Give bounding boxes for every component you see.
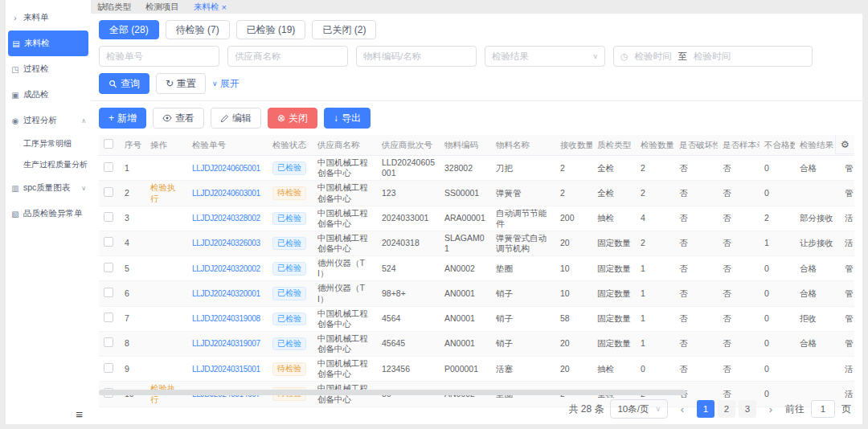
inspection-order-link[interactable]: LLJDJ20240320001 bbox=[192, 289, 260, 298]
cell-select bbox=[99, 306, 120, 331]
page-size-select[interactable]: 10条/页 ∨ bbox=[610, 399, 668, 419]
result-select[interactable]: 检验结果 ∨ bbox=[485, 46, 605, 67]
cell-destructive: 否 bbox=[674, 181, 718, 206]
top-tab-defect-type[interactable]: 缺陷类型 bbox=[97, 2, 131, 13]
cell-no: LLJDJ20240328002 bbox=[187, 206, 268, 231]
expand-toggle[interactable]: ∨ 展开 bbox=[212, 77, 240, 91]
cell-unq: 0 bbox=[760, 306, 795, 331]
sidebar-item-process-inspection[interactable]: ◳过程检 bbox=[6, 56, 91, 82]
status-tabs: 全部 (28)待检验 (7)已检验 (19)已关闭 (2) bbox=[99, 20, 854, 39]
prev-page-button[interactable]: ‹ bbox=[674, 400, 690, 418]
inspection-order-link[interactable]: LLJDJ20240315001 bbox=[192, 365, 260, 374]
order-no-input[interactable] bbox=[99, 46, 219, 67]
supplier-input[interactable] bbox=[227, 46, 348, 67]
status-badge: 待检验 bbox=[272, 186, 306, 200]
pagination: 共 28 条 10条/页 ∨ ‹ 123 › 前往 页 bbox=[568, 399, 851, 419]
row-checkbox[interactable] bbox=[104, 263, 113, 272]
cell-qctype: 固定数量 bbox=[592, 331, 636, 356]
sidebar-item-process-analysis[interactable]: ◉过程分析∧ bbox=[6, 108, 91, 133]
cell-inspector: 管 bbox=[840, 256, 854, 281]
cell-op bbox=[145, 331, 187, 356]
cell-status: 已检验 bbox=[268, 231, 313, 255]
cell-supplier: 中国机械工程创备中心 bbox=[313, 231, 377, 255]
cell-inspqty: 2 bbox=[636, 181, 674, 206]
query-button[interactable]: 查询 bbox=[99, 73, 149, 94]
row-checkbox[interactable] bbox=[104, 162, 113, 172]
cell-status: 已检验 bbox=[268, 331, 313, 356]
row-checkbox[interactable] bbox=[104, 363, 113, 373]
reset-button[interactable]: ↻ 重置 bbox=[156, 73, 206, 94]
top-tab-incoming-inspection[interactable]: 来料检× bbox=[194, 2, 227, 13]
row-checkbox[interactable] bbox=[104, 187, 113, 197]
sidebar-item-incoming-order[interactable]: ›来料单 bbox=[6, 5, 91, 31]
add-button[interactable]: + 新增 bbox=[99, 108, 146, 129]
menu-collapse-icon[interactable]: ≡ bbox=[76, 407, 83, 421]
cell-batch: LLD20240605001 bbox=[377, 156, 440, 181]
cell-inspqty: 1 bbox=[636, 256, 674, 281]
inspection-order-link[interactable]: LLJDJ20240603001 bbox=[192, 189, 260, 198]
close-button[interactable]: ⊗ 关闭 bbox=[268, 108, 317, 129]
view-button[interactable]: 查看 bbox=[153, 108, 204, 129]
date-range-picker[interactable]: ◷ 检验时间 至 检验时间 bbox=[613, 46, 813, 67]
cell-result: 部分接收 bbox=[795, 206, 840, 231]
pencil-icon bbox=[220, 114, 229, 123]
column-settings-icon[interactable]: ⚙ bbox=[835, 135, 854, 154]
page-button-2[interactable]: 2 bbox=[718, 400, 735, 418]
inspection-order-link[interactable]: LLJDJ20240319008 bbox=[192, 314, 260, 323]
inspection-execute-link[interactable]: 检验执行 bbox=[150, 182, 176, 202]
date-end-placeholder: 检验时间 bbox=[694, 51, 731, 63]
cell-supplier: 中国机械工程创备中心 bbox=[313, 156, 377, 181]
goto-page-input[interactable] bbox=[811, 400, 835, 418]
cell-idx: 1 bbox=[120, 156, 145, 181]
status-badge: 已检验 bbox=[272, 262, 306, 276]
row-checkbox[interactable] bbox=[104, 237, 113, 247]
goto-label: 前往 bbox=[785, 402, 805, 416]
cell-recv: 10 bbox=[555, 281, 592, 306]
horizontal-scrollbar[interactable] bbox=[99, 390, 686, 395]
cell-op bbox=[145, 306, 187, 331]
next-page-button[interactable]: › bbox=[763, 400, 779, 418]
status-tab-closed[interactable]: 已关闭 (2) bbox=[312, 20, 376, 39]
sidebar-item-quality-exception[interactable]: ▧品质检验异常单 bbox=[6, 201, 91, 227]
cell-unq: 0 bbox=[760, 357, 795, 382]
cell-batch: 45645 bbox=[377, 331, 440, 356]
cell-batch: 524 bbox=[377, 256, 440, 281]
top-tab-inspection-item[interactable]: 检测项目 bbox=[145, 2, 179, 13]
sidebar-subitem-process-exception-detail[interactable]: 工序异常明细 bbox=[6, 133, 91, 154]
page-button-1[interactable]: 1 bbox=[697, 400, 714, 418]
cell-inspector: 管 bbox=[840, 181, 854, 206]
row-checkbox[interactable] bbox=[104, 337, 113, 347]
material-input[interactable] bbox=[356, 46, 477, 67]
col-header-mname: 物料名称 bbox=[491, 135, 555, 156]
cell-supplier: 德州仪器（TI） bbox=[313, 281, 377, 306]
inspection-order-link[interactable]: LLJDJ20240605001 bbox=[192, 164, 260, 173]
top-tab-label: 检测项目 bbox=[145, 2, 179, 13]
close-icon[interactable]: × bbox=[222, 2, 227, 12]
sidebar-item-spc-chart[interactable]: ▥spc质量图表∨ bbox=[6, 175, 91, 201]
inspection-order-link[interactable]: LLJDJ20240320002 bbox=[192, 264, 260, 273]
export-button[interactable]: ↓ 导出 bbox=[324, 108, 371, 129]
inspection-order-link[interactable]: LLJDJ20240319007 bbox=[192, 339, 260, 348]
top-tab-label: 来料检 bbox=[194, 2, 219, 13]
header-checkbox[interactable] bbox=[104, 139, 113, 149]
row-checkbox[interactable] bbox=[104, 288, 113, 297]
cell-no: LLJDJ20240319008 bbox=[187, 306, 268, 331]
inspection-order-link[interactable]: LLJDJ20240326003 bbox=[192, 239, 260, 247]
sidebar-subitem-production-quality-analysis[interactable]: 生产过程质量分析 bbox=[6, 154, 91, 175]
status-tab-inspected[interactable]: 已检验 (19) bbox=[236, 20, 306, 39]
sidebar-item-incoming-inspection[interactable]: ▤来料检 bbox=[8, 31, 88, 56]
status-tab-all[interactable]: 全部 (28) bbox=[99, 20, 159, 39]
cell-inspqty: 2 bbox=[636, 156, 674, 181]
table-row: 9LLJDJ20240315001待检验中国机械工程创备中心123456P000… bbox=[99, 357, 854, 382]
table-row: 4LLJDJ20240326003已检验中国机械工程创备中心20240318SL… bbox=[99, 231, 854, 255]
cell-mcode: AN0001 bbox=[440, 306, 491, 331]
row-checkbox[interactable] bbox=[104, 212, 113, 222]
sidebar-item-finished-inspection[interactable]: ▣成品检 bbox=[6, 82, 91, 108]
edit-button[interactable]: 编辑 bbox=[211, 108, 261, 129]
page-button-3[interactable]: 3 bbox=[739, 400, 756, 418]
inspection-order-link[interactable]: LLJDJ20240328002 bbox=[192, 214, 260, 223]
cell-op: 检验执行 bbox=[145, 181, 187, 206]
status-tab-pending[interactable]: 待检验 (7) bbox=[166, 20, 230, 39]
cell-mcode: AN0002 bbox=[440, 256, 491, 281]
row-checkbox[interactable] bbox=[104, 313, 113, 322]
